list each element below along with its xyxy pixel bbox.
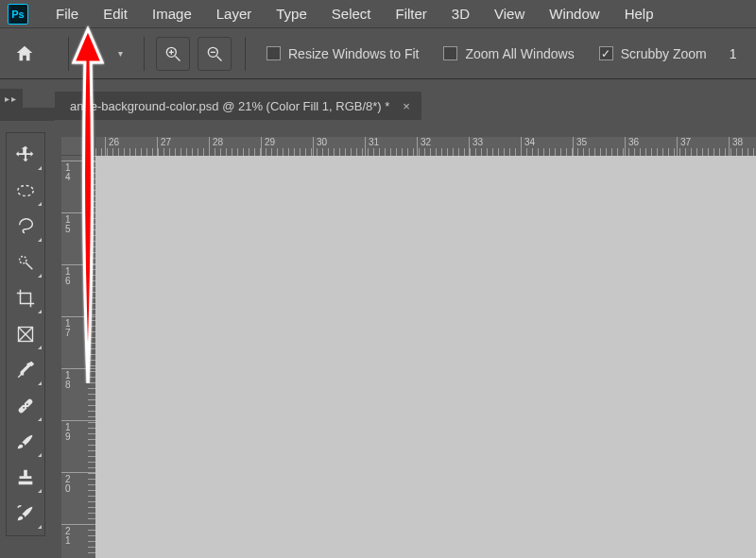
ruler-tick: 37 xyxy=(677,137,691,156)
eyedropper-icon xyxy=(15,360,36,380)
ruler-tick: 14 xyxy=(61,161,95,182)
app-logo: Ps xyxy=(8,4,28,25)
menu-select[interactable]: Select xyxy=(319,0,384,28)
ruler-tick: 21 xyxy=(61,524,95,546)
separator xyxy=(245,37,246,71)
ruler-tick: 19 xyxy=(61,420,95,442)
svg-point-18 xyxy=(26,403,28,405)
frame-icon xyxy=(16,325,35,344)
bandage-icon xyxy=(15,396,36,416)
crop-tool[interactable] xyxy=(7,280,44,316)
ruler-tick: 34 xyxy=(521,137,535,156)
checkbox-box xyxy=(266,46,281,60)
checkbox-label: Scrubby Zoom xyxy=(621,46,707,61)
svg-point-9 xyxy=(18,186,34,196)
ruler-tick: 28 xyxy=(209,137,223,156)
scrubby-zoom-checkbox[interactable]: Scrubby Zoom xyxy=(599,46,707,61)
brush-icon xyxy=(15,431,36,452)
home-button[interactable] xyxy=(8,37,42,71)
menu-window[interactable]: Window xyxy=(537,0,611,28)
checkbox-label: Zoom All Windows xyxy=(465,46,574,61)
move-icon xyxy=(15,144,36,165)
menu-image[interactable]: Image xyxy=(140,0,204,28)
marquee-icon xyxy=(15,181,36,200)
ruler-tick: 26 xyxy=(105,137,119,156)
ruler-vertical[interactable]: 1415161718192021 xyxy=(61,156,95,558)
ruler-tick: 18 xyxy=(61,368,95,390)
panel-expand-handle[interactable]: ▸▸ xyxy=(0,89,23,108)
ruler-corner xyxy=(61,137,95,156)
ruler-tick: 27 xyxy=(157,137,171,156)
menu-file[interactable]: File xyxy=(43,0,91,28)
svg-rect-15 xyxy=(18,398,34,414)
wand-icon xyxy=(15,252,36,273)
ruler-tick: 33 xyxy=(469,137,483,156)
frame-tool[interactable] xyxy=(7,316,44,352)
ruler-tick: 35 xyxy=(573,137,587,156)
ruler-tick: 32 xyxy=(417,137,431,156)
tools-palette xyxy=(6,132,45,536)
ruler-tick: 20 xyxy=(61,472,95,494)
ruler-tick: 31 xyxy=(365,137,379,156)
menu-help[interactable]: Help xyxy=(612,0,666,28)
collapsed-panel[interactable] xyxy=(0,108,55,121)
ruler-tick: 17 xyxy=(61,316,95,338)
menu-layer[interactable]: Layer xyxy=(204,0,265,28)
document-tab-bar: ange-background-color.psd @ 21% (Color F… xyxy=(55,91,421,121)
document-canvas[interactable] xyxy=(95,156,756,558)
options-bar: ▾ Resize Windows to Fit Zoom All Windows… xyxy=(0,28,756,79)
checkbox-box xyxy=(599,46,613,60)
ruler-tick: 15 xyxy=(61,212,95,234)
svg-point-19 xyxy=(23,407,25,409)
ruler-tick: 36 xyxy=(625,137,639,156)
trailing-value: 1 xyxy=(722,46,737,61)
lasso-tool[interactable] xyxy=(7,209,44,245)
separator xyxy=(68,37,69,71)
menu-type[interactable]: Type xyxy=(264,0,319,28)
svg-point-10 xyxy=(20,257,26,263)
zoom-out-icon xyxy=(205,44,224,63)
document-tab[interactable]: ange-background-color.psd @ 21% (Color F… xyxy=(55,92,421,120)
move-tool[interactable] xyxy=(7,137,44,173)
svg-point-17 xyxy=(26,407,28,409)
menu-view[interactable]: View xyxy=(482,0,537,28)
resize-windows-checkbox[interactable]: Resize Windows to Fit xyxy=(266,46,419,61)
brush-tool[interactable] xyxy=(7,424,44,460)
stamp-icon xyxy=(15,467,36,488)
home-icon xyxy=(14,43,35,64)
svg-point-0 xyxy=(88,47,97,57)
ruler-tick: 38 xyxy=(729,137,743,156)
svg-line-1 xyxy=(97,56,102,60)
menu-3d[interactable]: 3D xyxy=(439,0,482,28)
svg-point-16 xyxy=(23,403,25,405)
ruler-tick: 16 xyxy=(61,264,95,286)
close-icon[interactable]: × xyxy=(403,99,410,113)
history-brush-tool[interactable] xyxy=(7,496,44,532)
zoom-in-button[interactable] xyxy=(156,37,190,71)
active-tool-indicator[interactable] xyxy=(80,40,109,68)
zoom-all-windows-checkbox[interactable]: Zoom All Windows xyxy=(443,46,574,61)
checkbox-box xyxy=(443,46,457,60)
eyedropper-tool[interactable] xyxy=(7,352,44,388)
marquee-tool[interactable] xyxy=(7,173,44,209)
healing-brush-tool[interactable] xyxy=(7,388,44,424)
quick-select-tool[interactable] xyxy=(7,245,44,280)
ruler-tick: 29 xyxy=(261,137,275,156)
chevron-down-icon[interactable]: ▾ xyxy=(118,48,123,59)
menu-bar: Ps File Edit Image Layer Type Select Fil… xyxy=(0,0,756,28)
menu-filter[interactable]: Filter xyxy=(384,0,439,28)
history-brush-icon xyxy=(15,503,36,524)
zoom-out-button[interactable] xyxy=(198,37,232,71)
magnifier-icon xyxy=(85,44,104,63)
separator xyxy=(144,37,145,71)
lasso-icon xyxy=(15,216,36,237)
ruler-tick: 30 xyxy=(313,137,327,156)
svg-line-11 xyxy=(26,262,32,269)
checkbox-label: Resize Windows to Fit xyxy=(288,46,419,61)
ruler-horizontal[interactable]: 26272829303132333435363738 xyxy=(95,137,756,156)
menu-edit[interactable]: Edit xyxy=(91,0,140,28)
zoom-in-icon xyxy=(163,44,182,63)
clone-stamp-tool[interactable] xyxy=(7,460,44,496)
svg-line-7 xyxy=(217,56,222,60)
document-tab-label: ange-background-color.psd @ 21% (Color F… xyxy=(70,99,389,113)
